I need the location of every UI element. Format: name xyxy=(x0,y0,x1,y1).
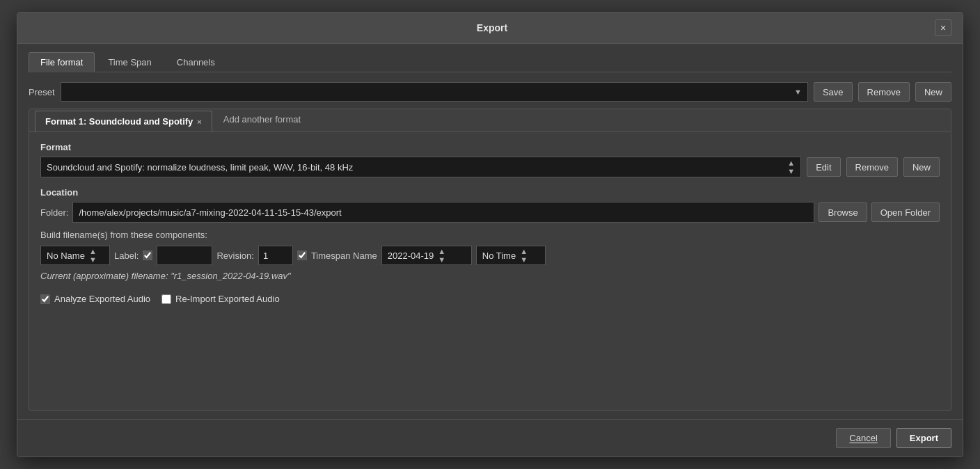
no-name-arrow-icon: ▲▼ xyxy=(89,247,97,264)
export-button[interactable]: Export xyxy=(896,428,951,448)
revision-field-label: Revision: xyxy=(216,251,253,261)
revision-checkbox[interactable] xyxy=(297,251,307,260)
filename-components-row: No Name ▲▼ Label: Revision: Timespan Nam… xyxy=(40,246,940,265)
export-dialog: Export × File format Time Span Channels … xyxy=(17,12,963,457)
dialog-footer: Cancel Export xyxy=(17,419,963,456)
export-label: Export xyxy=(910,433,938,443)
folder-row: Folder: /home/alex/projects/music/a7-mix… xyxy=(40,202,940,223)
tab-time-span[interactable]: Time Span xyxy=(96,52,163,72)
label-field-label: Label: xyxy=(114,251,139,261)
tab-file-format[interactable]: File format xyxy=(29,52,95,72)
current-filename-display: Current (approximate) filename: "r1_sess… xyxy=(40,271,940,281)
location-section-heading: Location xyxy=(40,187,940,198)
timespan-arrow-icon: ▲▼ xyxy=(438,247,445,264)
timespan-dropdown[interactable]: 2022-04-19 ▲▼ xyxy=(381,246,472,265)
format-tab-active[interactable]: Format 1: Soundcloud and Spotify × xyxy=(35,111,212,132)
dialog-title: Export xyxy=(49,22,935,33)
reimport-checkbox-item[interactable]: Re-Import Exported Audio xyxy=(161,294,280,304)
current-filename-label: Current (approximate) filename xyxy=(40,271,166,281)
format-tabs-bar: Format 1: Soundcloud and Spotify × Add a… xyxy=(29,109,951,132)
format-tab-label: Format 1: Soundcloud and Spotify xyxy=(45,116,193,127)
preset-label: Preset xyxy=(29,87,55,97)
preset-remove-button[interactable]: Remove xyxy=(858,82,910,102)
format-dropdown-value: Soundcloud and Spotify: normalize loudne… xyxy=(47,162,353,173)
close-button[interactable]: × xyxy=(935,19,951,36)
folder-label: Folder: xyxy=(40,207,68,218)
analyze-checkbox-item[interactable]: Analyze Exported Audio xyxy=(40,294,150,304)
format-new-button[interactable]: New xyxy=(903,157,940,177)
format-tab-close-icon[interactable]: × xyxy=(197,118,201,126)
reimport-label: Re-Import Exported Audio xyxy=(175,294,280,304)
format-remove-button[interactable]: Remove xyxy=(846,157,898,177)
format-box: Format 1: Soundcloud and Spotify × Add a… xyxy=(29,109,951,411)
checkboxes-row: Analyze Exported Audio Re-Import Exporte… xyxy=(40,294,940,304)
format-dropdown[interactable]: Soundcloud and Spotify: normalize loudne… xyxy=(40,157,801,177)
add-format-button[interactable]: Add another format xyxy=(215,109,309,132)
tab-bar: File format Time Span Channels xyxy=(29,52,951,72)
current-filename-value: : "r1_session_2022-04-19.wav" xyxy=(166,271,291,281)
browse-button[interactable]: Browse xyxy=(819,202,867,222)
build-filename-label: Build filename(s) from these components: xyxy=(40,230,940,240)
cancel-button[interactable]: Cancel xyxy=(836,428,890,448)
preset-save-button[interactable]: Save xyxy=(814,82,853,102)
open-folder-button[interactable]: Open Folder xyxy=(871,202,940,222)
analyze-label: Analyze Exported Audio xyxy=(54,294,150,304)
analyze-checkbox[interactable] xyxy=(40,294,50,304)
title-bar: Export × xyxy=(17,13,963,44)
preset-new-button[interactable]: New xyxy=(915,82,951,102)
timespan-field-label: Timespan Name xyxy=(311,251,377,261)
location-section: Location Folder: /home/alex/projects/mus… xyxy=(40,187,940,281)
label-input[interactable] xyxy=(157,246,212,265)
format-select-row: Soundcloud and Spotify: normalize loudne… xyxy=(40,157,940,177)
no-name-dropdown[interactable]: No Name ▲▼ xyxy=(40,246,110,265)
timespan-value: 2022-04-19 xyxy=(388,251,434,261)
format-edit-button[interactable]: Edit xyxy=(807,157,840,177)
folder-path-display[interactable]: /home/alex/projects/music/a7-mixing-2022… xyxy=(72,202,814,223)
label-checkbox[interactable] xyxy=(143,251,152,260)
no-time-arrow-icon: ▲▼ xyxy=(520,247,528,264)
format-content: Format Soundcloud and Spotify: normalize… xyxy=(29,132,951,314)
no-time-dropdown[interactable]: No Time ▲▼ xyxy=(476,246,546,265)
no-time-value: No Time xyxy=(482,251,516,261)
folder-path-value: /home/alex/projects/music/a7-mixing-2022… xyxy=(79,207,341,218)
cancel-label: Cancel xyxy=(849,433,877,443)
format-dropdown-arrow-icon: ▲▼ xyxy=(787,159,795,175)
preset-row: Preset ▼ Save Remove New xyxy=(29,82,951,102)
format-section: Format Soundcloud and Spotify: normalize… xyxy=(40,142,940,177)
revision-input[interactable] xyxy=(258,246,293,265)
no-name-value: No Name xyxy=(47,251,85,261)
dialog-body: File format Time Span Channels Preset ▼ … xyxy=(17,44,963,419)
reimport-checkbox[interactable] xyxy=(161,294,171,304)
preset-arrow-icon: ▼ xyxy=(794,88,802,96)
tab-channels[interactable]: Channels xyxy=(165,52,227,72)
preset-combo[interactable]: ▼ xyxy=(61,82,808,102)
format-section-heading: Format xyxy=(40,142,940,152)
